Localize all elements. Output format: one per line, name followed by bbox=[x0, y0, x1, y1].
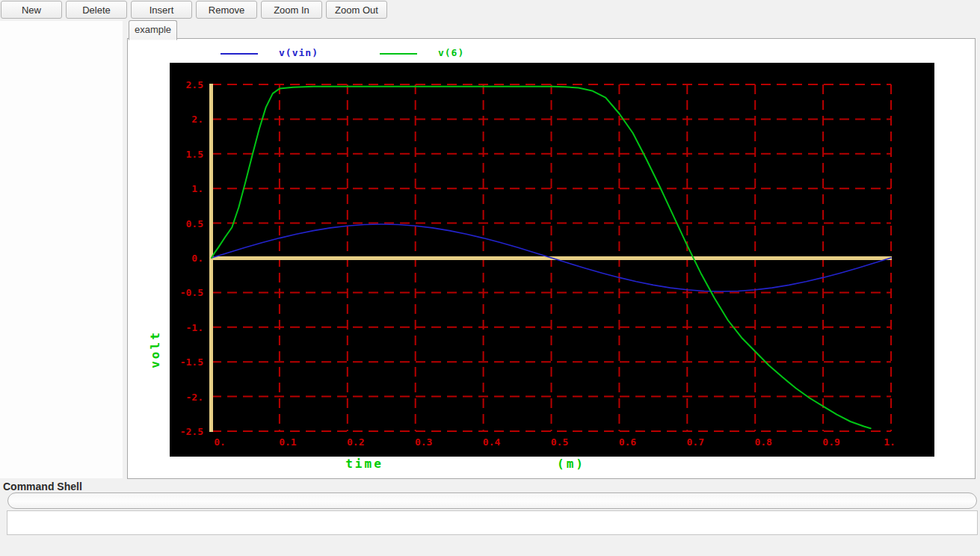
delete-button[interactable]: Delete bbox=[66, 1, 127, 19]
y-tick-label: -1.5 bbox=[180, 356, 203, 368]
legend-line-swatch bbox=[221, 53, 258, 55]
x-tick-label: 1. bbox=[884, 436, 896, 448]
x-axis-unit: (m) bbox=[532, 457, 610, 471]
x-tick-label: 0.7 bbox=[687, 436, 704, 448]
y-tick-label: -1. bbox=[186, 322, 203, 333]
x-tick-label: 0.5 bbox=[551, 436, 568, 448]
y-tick-label: 0.5 bbox=[186, 218, 203, 229]
new-button[interactable]: New bbox=[1, 1, 62, 19]
y-tick-label: -2. bbox=[186, 392, 203, 403]
legend-label: v(6) bbox=[438, 46, 464, 60]
command-shell-output[interactable] bbox=[7, 510, 978, 535]
legend-entry: v(vin) bbox=[221, 46, 318, 60]
y-tick-label: 2.5 bbox=[186, 79, 203, 90]
y-tick-label: -2.5 bbox=[180, 426, 203, 437]
remove-button[interactable]: Remove bbox=[196, 1, 257, 19]
x-tick-label: 0.2 bbox=[347, 436, 364, 448]
x-tick-label: 0.3 bbox=[415, 436, 432, 448]
x-tick-label: 0. bbox=[214, 436, 226, 448]
tab-example[interactable]: example bbox=[129, 20, 177, 40]
command-shell-heading: Command Shell bbox=[3, 481, 82, 492]
x-tick-label: 0.9 bbox=[822, 436, 839, 448]
plot-list-panel bbox=[0, 21, 123, 478]
application-window: NewDeleteInsertRemoveZoom InZoom Out exa… bbox=[0, 0, 980, 556]
y-axis-title: volt bbox=[148, 297, 162, 402]
x-tick-label: 0.8 bbox=[754, 436, 772, 448]
y-tick-label: 1.5 bbox=[186, 149, 203, 160]
x-tick-label: 0.1 bbox=[279, 436, 297, 448]
plot-legend: v(vin)v(6) bbox=[221, 46, 526, 60]
x-tick-label: 0.6 bbox=[619, 436, 637, 448]
waveform-plot[interactable]: 2.52.1.51.0.50.-0.5-1.-1.5-2.-2.50.0.10.… bbox=[170, 63, 934, 457]
legend-label: v(vin) bbox=[279, 46, 318, 60]
legend-line-swatch bbox=[380, 53, 417, 55]
y-tick-label: -0.5 bbox=[180, 287, 203, 298]
y-tick-label: 1. bbox=[191, 183, 203, 194]
zoom-in-button[interactable]: Zoom In bbox=[261, 1, 322, 19]
x-axis-title: time bbox=[321, 457, 407, 471]
toolbar: NewDeleteInsertRemoveZoom InZoom Out bbox=[0, 0, 980, 20]
legend-entry: v(6) bbox=[380, 46, 464, 60]
command-shell-input[interactable] bbox=[7, 492, 977, 509]
insert-button[interactable]: Insert bbox=[131, 1, 192, 19]
x-tick-label: 0.4 bbox=[483, 436, 501, 448]
y-tick-label: 2. bbox=[191, 114, 203, 125]
zoom-out-button[interactable]: Zoom Out bbox=[326, 1, 387, 19]
y-tick-label: 0. bbox=[191, 253, 203, 264]
